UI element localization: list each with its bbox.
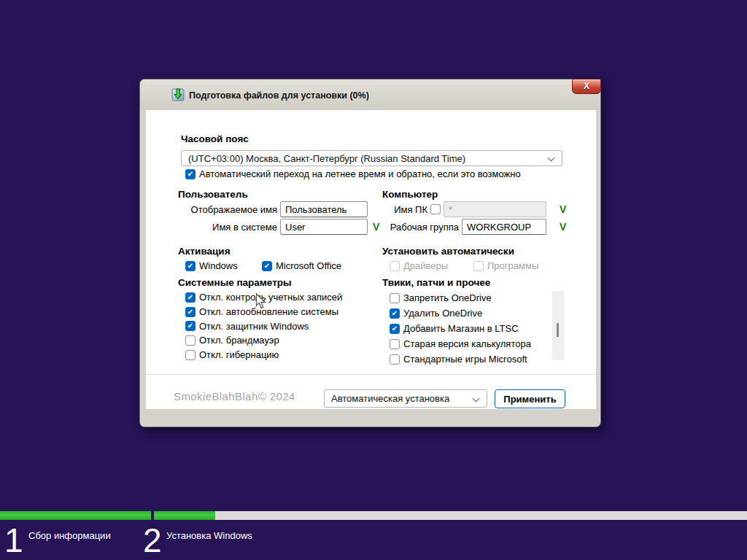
close-button[interactable]: X bbox=[572, 79, 601, 94]
desktop: { "window": { "title": "Подготовка файло… bbox=[0, 0, 747, 560]
timezone-select[interactable]: (UTC+03:00) Москва, Санкт-Петербург (Rus… bbox=[181, 150, 562, 166]
progress-fill-step2 bbox=[154, 511, 215, 520]
progress-bar-step1 bbox=[0, 511, 151, 520]
title-bar[interactable]: Подготовка файлов для установки (0%) X bbox=[140, 79, 600, 110]
checkbox-drivers: Драйверы bbox=[390, 260, 448, 271]
progress-bar-step2 bbox=[154, 511, 747, 520]
pc-name-label: Имя ПК bbox=[350, 204, 427, 215]
apply-button[interactable]: Применить bbox=[495, 389, 565, 408]
system-name-label: Имя в системе bbox=[160, 222, 277, 233]
checkbox-label: Драйверы bbox=[403, 260, 448, 271]
checkbox-box[interactable] bbox=[390, 293, 400, 303]
checkbox-box[interactable] bbox=[390, 308, 400, 319]
checkbox-label: Microsoft Office bbox=[276, 260, 341, 271]
copyright-text: SmokieBlahBlah© 2024 bbox=[174, 390, 295, 402]
checkbox-disable-uac[interactable]: Откл. контроль учетных записей bbox=[185, 290, 342, 305]
checkbox-label: Откл. брандмауэр bbox=[199, 335, 279, 346]
checkbox-box bbox=[390, 261, 400, 271]
checkbox-label: Windows bbox=[199, 260, 238, 271]
checkbox-disable-firewall[interactable]: Откл. брандмауэр bbox=[185, 333, 342, 348]
checkbox-label: Откл. контроль учетных записей bbox=[199, 292, 342, 303]
checkbox-label: Старая версия калькулятора bbox=[403, 338, 531, 349]
step-number: 1 bbox=[4, 524, 23, 556]
chevron-down-icon bbox=[473, 395, 480, 402]
checkbox-disable-hibernation[interactable]: Откл. гибернацию bbox=[185, 348, 342, 362]
checkbox-add-store-ltsc[interactable]: Добавить Магазин в LTSC bbox=[390, 321, 550, 336]
dialog-content: Часовой пояс (UTC+03:00) Москва, Санкт-П… bbox=[146, 110, 596, 409]
checkbox-block-onedrive[interactable]: Запретить OneDrive bbox=[390, 290, 550, 306]
checkbox-activate-windows[interactable]: Windows bbox=[185, 260, 238, 271]
checkbox-label: Удалить OneDrive bbox=[403, 308, 482, 319]
system-params-list: Откл. контроль учетных записей Откл. авт… bbox=[185, 290, 342, 362]
window-title: Подготовка файлов для установки (0%) bbox=[189, 90, 369, 101]
checkbox-box[interactable] bbox=[390, 324, 400, 334]
footer-divider bbox=[146, 374, 596, 375]
chevron-down-icon bbox=[548, 155, 555, 162]
checkbox-label: Автоматический переход на летнее время и… bbox=[199, 168, 521, 179]
checkbox-box[interactable] bbox=[185, 307, 196, 317]
scrollbar-thumb[interactable] bbox=[557, 323, 559, 337]
checkbox-box bbox=[473, 261, 484, 271]
checkbox-pc-name[interactable] bbox=[430, 204, 441, 214]
checkbox-box[interactable] bbox=[390, 339, 400, 349]
checkbox-programs: Программы bbox=[473, 260, 538, 271]
tweaks-scrollbar[interactable] bbox=[552, 291, 564, 360]
computer-heading: Компьютер bbox=[382, 189, 438, 200]
checkbox-box[interactable] bbox=[185, 292, 196, 303]
timezone-heading: Часовой пояс bbox=[181, 133, 249, 144]
timezone-selected-value: (UTC+03:00) Москва, Санкт-Петербург (Rus… bbox=[188, 153, 465, 164]
progress-fill-step1 bbox=[0, 511, 151, 520]
checkbox-box[interactable] bbox=[262, 261, 272, 271]
tweaks-heading: Твики, патчи и прочее bbox=[382, 277, 490, 288]
system-params-heading: Системные параметры bbox=[178, 277, 292, 288]
step-label: Установка Windows bbox=[166, 530, 252, 541]
install-mode-select[interactable]: Автоматическая установка bbox=[324, 389, 487, 408]
checkbox-box[interactable] bbox=[185, 261, 196, 271]
checkbox-disable-defender[interactable]: Откл. защитник Windows bbox=[185, 319, 342, 333]
pc-name-field bbox=[444, 201, 546, 217]
checkbox-activate-office[interactable]: Microsoft Office bbox=[262, 260, 341, 271]
activation-heading: Активация bbox=[178, 246, 231, 257]
checkbox-old-calculator[interactable]: Старая версия калькулятора bbox=[390, 336, 550, 351]
checkbox-label: Откл. защитник Windows bbox=[199, 321, 309, 332]
setup-download-icon bbox=[171, 88, 185, 101]
checkbox-box[interactable] bbox=[185, 169, 196, 179]
checkbox-label: Откл. автообновление системы bbox=[199, 306, 338, 317]
checkbox-box[interactable] bbox=[185, 321, 196, 331]
installer-dialog: Подготовка файлов для установки (0%) X Ч… bbox=[139, 79, 601, 427]
checkbox-box[interactable] bbox=[185, 335, 196, 346]
checkbox-label: Запретить OneDrive bbox=[403, 292, 492, 303]
checkbox-label: Откл. гибернацию bbox=[199, 349, 279, 360]
install-mode-value: Автоматическая установка bbox=[331, 393, 449, 404]
workgroup-label: Рабочая группа bbox=[350, 222, 459, 233]
tweaks-list: Запретить OneDrive Удалить OneDrive Доба… bbox=[390, 290, 550, 365]
workgroup-field[interactable] bbox=[462, 219, 546, 235]
user-heading: Пользователь bbox=[178, 189, 248, 200]
checkbox-remove-onedrive[interactable]: Удалить OneDrive bbox=[390, 306, 550, 321]
auto-install-heading: Установить автоматически bbox=[382, 246, 514, 257]
pc-name-valid-mark: V bbox=[560, 203, 566, 215]
checkbox-box[interactable] bbox=[430, 204, 441, 214]
checkbox-dst[interactable]: Автоматический переход на летнее время и… bbox=[185, 168, 521, 179]
workgroup-valid-mark: V bbox=[560, 221, 566, 233]
step-number: 2 bbox=[143, 524, 162, 556]
checkbox-disable-updates[interactable]: Откл. автообновление системы bbox=[185, 305, 342, 319]
checkbox-label: Программы bbox=[487, 260, 538, 271]
checkbox-label: Стандартные игры Microsoft bbox=[403, 354, 527, 365]
setup-progress-row bbox=[0, 511, 747, 520]
checkbox-box[interactable] bbox=[185, 350, 196, 360]
step-label: Сбор информации bbox=[28, 530, 111, 541]
checkbox-box[interactable] bbox=[390, 354, 400, 365]
checkbox-label: Добавить Магазин в LTSC bbox=[403, 323, 519, 334]
display-name-label: Отображаемое имя bbox=[160, 204, 277, 215]
checkbox-classic-games[interactable]: Стандартные игры Microsoft bbox=[390, 351, 550, 365]
